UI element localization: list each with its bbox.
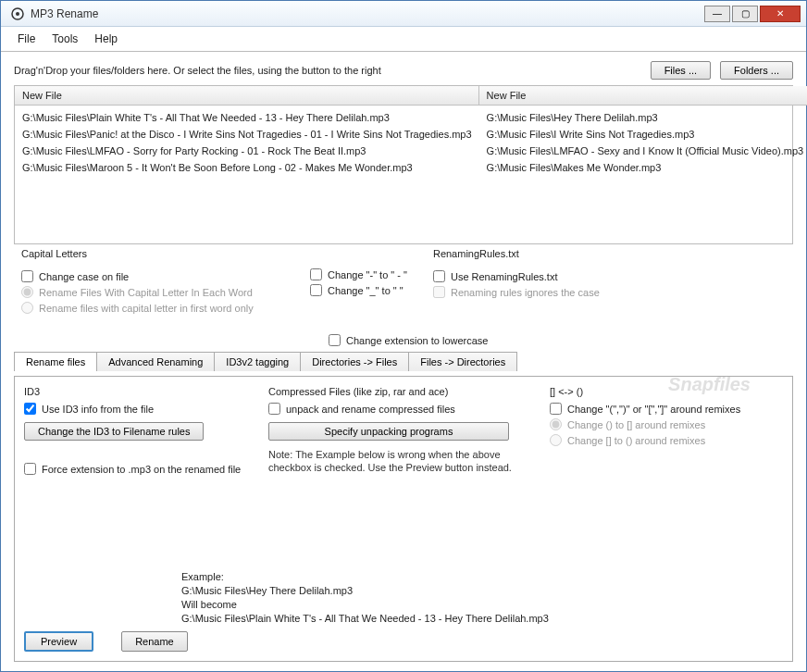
minimize-button[interactable]: — (704, 6, 730, 22)
preview-button[interactable]: Preview (24, 631, 93, 652)
tab-panel-rename-files: ID3 Use ID3 info from the file Change th… (14, 376, 793, 662)
renaming-rules-title: RenamingRules.txt (429, 248, 523, 259)
use-renaming-rules-input[interactable] (433, 270, 445, 282)
file-row[interactable]: G:\Music Files\LMFAO - Sexy and I Know I… (487, 143, 804, 159)
change-brackets-input[interactable] (550, 403, 562, 415)
tab-dirs-to-files[interactable]: Directories -> Files (300, 352, 409, 371)
compressed-group: Compressed Files (like zip, rar and ace)… (268, 386, 528, 479)
change-case-checkbox[interactable]: Change case on file (21, 270, 284, 282)
svg-point-1 (16, 12, 19, 16)
capital-first-word-input (21, 302, 33, 314)
change-underscore-checkbox[interactable]: Change "_" to " " (310, 284, 407, 296)
file-row[interactable]: G:\Music Files\Plain White T's - All Tha… (22, 109, 472, 126)
example-block: Example: G:\Music Files\Hey There Delila… (181, 570, 783, 626)
paren-to-bracket-radio: Change () to [] around remixes (550, 418, 783, 430)
toolbar-row: Drag'n'Drop your files/folders here. Or … (14, 61, 793, 80)
app-window: MP3 Rename — ▢ ✕ File Tools Help Snapfil… (0, 0, 807, 672)
window-controls: — ▢ ✕ (704, 6, 801, 22)
tab-files-to-dirs[interactable]: Files -> Directories (408, 352, 517, 371)
bracket-to-paren-input (550, 434, 562, 446)
unpack-checkbox[interactable]: unpack and rename compressed files (268, 403, 528, 415)
capital-letters-group: Capital Letters Change case on file Rena… (14, 255, 292, 325)
content-area: Snapfiles Drag'n'Drop your files/folders… (1, 52, 806, 671)
file-row[interactable]: G:\Music Files\Makes Me Wonder.mp3 (487, 159, 804, 176)
options-row: Capital Letters Change case on file Rena… (14, 255, 793, 325)
file-row[interactable]: G:\Music Files\LMFAO - Sorry for Party R… (22, 143, 472, 159)
renaming-ignore-case-input (433, 286, 445, 298)
id3-title: ID3 (24, 386, 246, 397)
remix-title: [] <-> () (550, 386, 783, 397)
use-id3-checkbox[interactable]: Use ID3 info from the file (24, 403, 246, 415)
file-row[interactable]: G:\Music Files\Panic! at the Disco - I W… (22, 126, 472, 143)
force-mp3-ext-checkbox[interactable]: Force extension to .mp3 on the renamed f… (24, 463, 246, 475)
file-column-right: New File G:\Music Files\Hey There Delila… (479, 86, 807, 243)
file-list-left[interactable]: G:\Music Files\Plain White T's - All Tha… (15, 106, 479, 180)
change-case-input[interactable] (21, 270, 33, 282)
menu-help[interactable]: Help (94, 32, 118, 45)
folders-button[interactable]: Folders ... (720, 61, 793, 80)
menu-file[interactable]: File (18, 32, 35, 45)
files-button[interactable]: Files ... (651, 61, 711, 80)
file-column-left: New File G:\Music Files\Plain White T's … (15, 86, 479, 243)
remix-group: [] <-> () Change "(",")" or "[","]" arou… (550, 386, 783, 479)
change-ext-lowercase-input[interactable] (329, 334, 341, 346)
file-list-right[interactable]: G:\Music Files\Hey There Delilah.mp3 G:\… (479, 106, 807, 180)
drop-hint: Drag'n'Drop your files/folders here. Or … (14, 65, 641, 76)
example-before: G:\Music Files\Hey There Delilah.mp3 (181, 584, 783, 598)
compressed-note: Note: The Example below is wrong when th… (268, 448, 528, 474)
renaming-rules-group: RenamingRules.txt Use RenamingRules.txt … (426, 255, 666, 325)
column-header-right[interactable]: New File (479, 86, 807, 106)
capital-letters-title: Capital Letters (18, 248, 91, 259)
menubar: File Tools Help (1, 27, 806, 52)
tab-rename-files[interactable]: Rename files (14, 352, 97, 371)
menu-tools[interactable]: Tools (52, 32, 78, 45)
id3-group: ID3 Use ID3 info from the file Change th… (24, 386, 246, 479)
column-header-left[interactable]: New File (15, 86, 479, 106)
tab-id3v2-tagging[interactable]: ID3v2 tagging (214, 352, 301, 371)
change-underscore-input[interactable] (310, 284, 322, 296)
example-become: Will become (181, 598, 783, 612)
capital-each-word-input (21, 286, 33, 298)
example-after: G:\Music Files\Plain White T's - All Tha… (181, 612, 783, 626)
app-title: MP3 Rename (31, 7, 704, 20)
change-dash-checkbox[interactable]: Change "-" to " - " (310, 268, 407, 280)
tabs: Rename files Advanced Renaming ID3v2 tag… (14, 352, 793, 371)
example-label: Example: (181, 570, 783, 584)
use-id3-input[interactable] (24, 403, 36, 415)
compressed-title: Compressed Files (like zip, rar and ace) (268, 386, 528, 397)
change-chars-group: Change "-" to " - " Change "_" to " " (310, 255, 407, 325)
app-icon (10, 6, 25, 21)
specify-unpacking-button[interactable]: Specify unpacking programs (268, 422, 509, 441)
rename-button[interactable]: Rename (121, 631, 188, 652)
renaming-ignore-case-checkbox: Renaming rules ignores the case (433, 286, 659, 298)
bracket-to-paren-radio: Change [] to () around remixes (550, 434, 783, 446)
change-brackets-checkbox[interactable]: Change "(",")" or "[","]" around remixes (550, 403, 783, 415)
force-mp3-ext-input[interactable] (24, 463, 36, 475)
action-buttons: Preview Rename (24, 631, 783, 652)
capital-first-word-radio: Rename files with capital letter in firs… (21, 302, 284, 314)
file-row[interactable]: G:\Music Files\I Write Sins Not Tragedie… (487, 126, 804, 143)
maximize-button[interactable]: ▢ (732, 6, 758, 22)
use-renaming-rules-checkbox[interactable]: Use RenamingRules.txt (433, 270, 659, 282)
titlebar: MP3 Rename — ▢ ✕ (1, 1, 806, 27)
change-ext-lowercase-checkbox[interactable]: Change extension to lowercase (329, 334, 793, 346)
unpack-input[interactable] (268, 403, 280, 415)
close-button[interactable]: ✕ (760, 6, 801, 22)
capital-each-word-radio: Rename Files With Capital Letter In Each… (21, 286, 284, 298)
change-id3-rules-button[interactable]: Change the ID3 to Filename rules (24, 422, 204, 441)
file-row[interactable]: G:\Music Files\Hey There Delilah.mp3 (487, 109, 804, 126)
file-row[interactable]: G:\Music Files\Maroon 5 - It Won't Be So… (22, 159, 472, 176)
tab-advanced-renaming[interactable]: Advanced Renaming (96, 352, 215, 371)
change-dash-input[interactable] (310, 268, 322, 280)
paren-to-bracket-input (550, 418, 562, 430)
file-list-panel: New File G:\Music Files\Plain White T's … (14, 85, 793, 244)
tab-content-row: ID3 Use ID3 info from the file Change th… (24, 386, 783, 479)
